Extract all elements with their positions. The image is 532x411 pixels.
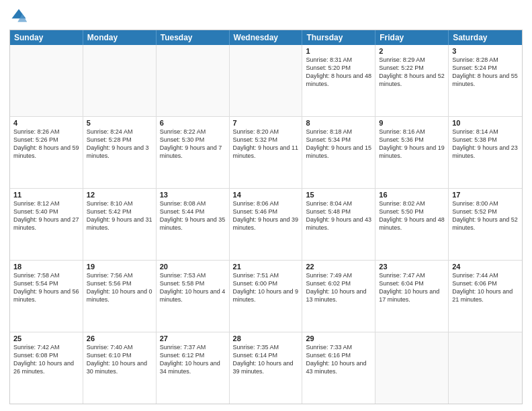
day-number: 25 xyxy=(13,334,79,342)
calendar-cell: 25Sunrise: 7:42 AM Sunset: 6:08 PM Dayli… xyxy=(10,332,83,404)
calendar-cell xyxy=(83,45,157,116)
calendar-cell: 24Sunrise: 7:44 AM Sunset: 6:06 PM Dayli… xyxy=(449,261,522,332)
calendar-cell: 6Sunrise: 8:22 AM Sunset: 5:30 PM Daylig… xyxy=(157,117,230,188)
calendar-cell: 12Sunrise: 8:10 AM Sunset: 5:42 PM Dayli… xyxy=(83,189,157,260)
day-number: 3 xyxy=(452,47,519,55)
calendar-cell: 23Sunrise: 7:47 AM Sunset: 6:04 PM Dayli… xyxy=(375,261,449,332)
calendar-cell: 16Sunrise: 8:02 AM Sunset: 5:50 PM Dayli… xyxy=(375,189,449,260)
calendar-cell: 28Sunrise: 7:35 AM Sunset: 6:14 PM Dayli… xyxy=(230,332,303,404)
cell-text: Sunrise: 8:29 AM Sunset: 5:22 PM Dayligh… xyxy=(379,56,445,89)
calendar-row: 25Sunrise: 7:42 AM Sunset: 6:08 PM Dayli… xyxy=(10,332,522,404)
calendar-cell: 10Sunrise: 8:14 AM Sunset: 5:38 PM Dayli… xyxy=(449,117,522,188)
day-number: 14 xyxy=(233,191,299,199)
day-number: 2 xyxy=(379,47,445,55)
cell-text: Sunrise: 8:18 AM Sunset: 5:34 PM Dayligh… xyxy=(306,128,371,161)
calendar-cell: 19Sunrise: 7:56 AM Sunset: 5:56 PM Dayli… xyxy=(83,261,157,332)
calendar-header-cell: Tuesday xyxy=(157,30,230,45)
cell-text: Sunrise: 7:53 AM Sunset: 5:58 PM Dayligh… xyxy=(160,271,226,304)
cell-text: Sunrise: 8:04 AM Sunset: 5:48 PM Dayligh… xyxy=(306,199,371,232)
day-number: 26 xyxy=(87,334,152,342)
calendar-row: 1Sunrise: 8:31 AM Sunset: 5:20 PM Daylig… xyxy=(10,45,522,117)
calendar-cell: 8Sunrise: 8:18 AM Sunset: 5:34 PM Daylig… xyxy=(302,117,375,188)
day-number: 29 xyxy=(306,334,371,342)
calendar-cell: 7Sunrise: 8:20 AM Sunset: 5:32 PM Daylig… xyxy=(230,117,303,188)
calendar-header-cell: Wednesday xyxy=(230,30,303,45)
day-number: 8 xyxy=(306,119,371,127)
cell-text: Sunrise: 8:02 AM Sunset: 5:50 PM Dayligh… xyxy=(379,199,445,232)
calendar-cell: 29Sunrise: 7:33 AM Sunset: 6:16 PM Dayli… xyxy=(302,332,375,404)
calendar-header-cell: Friday xyxy=(375,30,449,45)
cell-text: Sunrise: 7:56 AM Sunset: 5:56 PM Dayligh… xyxy=(87,271,152,304)
day-number: 23 xyxy=(379,263,445,271)
calendar-cell: 21Sunrise: 7:51 AM Sunset: 6:00 PM Dayli… xyxy=(230,261,303,332)
calendar-row: 11Sunrise: 8:12 AM Sunset: 5:40 PM Dayli… xyxy=(10,189,522,261)
cell-text: Sunrise: 7:35 AM Sunset: 6:14 PM Dayligh… xyxy=(233,343,299,376)
calendar-cell xyxy=(157,45,230,116)
logo xyxy=(9,7,31,26)
cell-text: Sunrise: 8:28 AM Sunset: 5:24 PM Dayligh… xyxy=(452,56,519,89)
day-number: 6 xyxy=(160,119,226,127)
cell-text: Sunrise: 7:44 AM Sunset: 6:06 PM Dayligh… xyxy=(452,271,519,304)
day-number: 28 xyxy=(233,334,299,342)
calendar: SundayMondayTuesdayWednesdayThursdayFrid… xyxy=(9,30,523,404)
cell-text: Sunrise: 7:40 AM Sunset: 6:10 PM Dayligh… xyxy=(87,343,152,376)
cell-text: Sunrise: 7:51 AM Sunset: 6:00 PM Dayligh… xyxy=(233,271,299,304)
calendar-cell xyxy=(230,45,303,116)
calendar-cell xyxy=(449,332,522,404)
cell-text: Sunrise: 8:31 AM Sunset: 5:20 PM Dayligh… xyxy=(306,56,371,89)
calendar-cell: 3Sunrise: 8:28 AM Sunset: 5:24 PM Daylig… xyxy=(449,45,522,116)
calendar-cell: 1Sunrise: 8:31 AM Sunset: 5:20 PM Daylig… xyxy=(302,45,375,116)
calendar-cell: 2Sunrise: 8:29 AM Sunset: 5:22 PM Daylig… xyxy=(375,45,449,116)
cell-text: Sunrise: 7:49 AM Sunset: 6:02 PM Dayligh… xyxy=(306,271,371,304)
page: SundayMondayTuesdayWednesdayThursdayFrid… xyxy=(0,0,532,411)
logo-icon xyxy=(9,7,28,26)
cell-text: Sunrise: 8:08 AM Sunset: 5:44 PM Dayligh… xyxy=(160,199,226,232)
day-number: 15 xyxy=(306,191,371,199)
calendar-cell xyxy=(375,332,449,404)
calendar-cell: 17Sunrise: 8:00 AM Sunset: 5:52 PM Dayli… xyxy=(449,189,522,260)
cell-text: Sunrise: 8:20 AM Sunset: 5:32 PM Dayligh… xyxy=(233,128,299,161)
cell-text: Sunrise: 7:58 AM Sunset: 5:54 PM Dayligh… xyxy=(13,271,79,304)
calendar-cell: 26Sunrise: 7:40 AM Sunset: 6:10 PM Dayli… xyxy=(83,332,157,404)
cell-text: Sunrise: 7:33 AM Sunset: 6:16 PM Dayligh… xyxy=(306,343,371,376)
calendar-row: 18Sunrise: 7:58 AM Sunset: 5:54 PM Dayli… xyxy=(10,261,522,332)
cell-text: Sunrise: 8:06 AM Sunset: 5:46 PM Dayligh… xyxy=(233,199,299,232)
day-number: 10 xyxy=(452,119,519,127)
cell-text: Sunrise: 7:47 AM Sunset: 6:04 PM Dayligh… xyxy=(379,271,445,304)
day-number: 5 xyxy=(87,119,152,127)
calendar-body: 1Sunrise: 8:31 AM Sunset: 5:20 PM Daylig… xyxy=(10,45,522,404)
day-number: 1 xyxy=(306,47,371,55)
cell-text: Sunrise: 8:16 AM Sunset: 5:36 PM Dayligh… xyxy=(379,128,445,161)
cell-text: Sunrise: 7:37 AM Sunset: 6:12 PM Dayligh… xyxy=(160,343,226,376)
calendar-cell: 9Sunrise: 8:16 AM Sunset: 5:36 PM Daylig… xyxy=(375,117,449,188)
calendar-cell xyxy=(10,45,83,116)
day-number: 16 xyxy=(379,191,445,199)
day-number: 24 xyxy=(452,263,519,271)
day-number: 19 xyxy=(87,263,152,271)
day-number: 18 xyxy=(13,263,79,271)
day-number: 4 xyxy=(13,119,79,127)
day-number: 22 xyxy=(306,263,371,271)
cell-text: Sunrise: 8:26 AM Sunset: 5:26 PM Dayligh… xyxy=(13,128,79,161)
calendar-cell: 5Sunrise: 8:24 AM Sunset: 5:28 PM Daylig… xyxy=(83,117,157,188)
cell-text: Sunrise: 8:24 AM Sunset: 5:28 PM Dayligh… xyxy=(87,128,152,161)
calendar-header-row: SundayMondayTuesdayWednesdayThursdayFrid… xyxy=(10,30,522,45)
day-number: 7 xyxy=(233,119,299,127)
day-number: 12 xyxy=(87,191,152,199)
header xyxy=(9,7,523,26)
cell-text: Sunrise: 8:12 AM Sunset: 5:40 PM Dayligh… xyxy=(13,199,79,232)
calendar-header-cell: Saturday xyxy=(449,30,522,45)
calendar-cell: 20Sunrise: 7:53 AM Sunset: 5:58 PM Dayli… xyxy=(157,261,230,332)
cell-text: Sunrise: 8:14 AM Sunset: 5:38 PM Dayligh… xyxy=(452,128,519,161)
calendar-cell: 22Sunrise: 7:49 AM Sunset: 6:02 PM Dayli… xyxy=(302,261,375,332)
day-number: 27 xyxy=(160,334,226,342)
day-number: 13 xyxy=(160,191,226,199)
calendar-cell: 18Sunrise: 7:58 AM Sunset: 5:54 PM Dayli… xyxy=(10,261,83,332)
day-number: 21 xyxy=(233,263,299,271)
calendar-cell: 15Sunrise: 8:04 AM Sunset: 5:48 PM Dayli… xyxy=(302,189,375,260)
calendar-cell: 27Sunrise: 7:37 AM Sunset: 6:12 PM Dayli… xyxy=(157,332,230,404)
calendar-cell: 11Sunrise: 8:12 AM Sunset: 5:40 PM Dayli… xyxy=(10,189,83,260)
cell-text: Sunrise: 8:00 AM Sunset: 5:52 PM Dayligh… xyxy=(452,199,519,232)
calendar-header-cell: Monday xyxy=(83,30,157,45)
calendar-row: 4Sunrise: 8:26 AM Sunset: 5:26 PM Daylig… xyxy=(10,117,522,189)
